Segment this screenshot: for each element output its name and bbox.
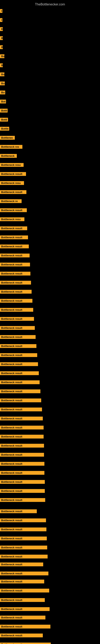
bottleneck-result-label: B [0,45,3,49]
bottleneck-result-label: Bot [0,100,6,104]
site-title: TheBottlenecker.com [0,1,100,8]
bottleneck-result-label: Bottleneck result [0,371,39,375]
bottleneck-result-label: Bottleneck result [0,528,47,531]
bottleneck-result-label: Bottleneck result [0,589,49,592]
bottleneck-result-label: Bottleneck result [0,562,43,566]
bottleneck-result-label: Bo [0,54,4,58]
bottleneck-result-label: Bottleneck result [0,480,45,484]
bottleneck-result-label: Bottleneck result [0,546,47,550]
bottleneck-result-label: Bottleneck result [0,498,45,502]
bottleneck-result-label: Bottleneck result [0,272,30,276]
bottleneck-result-label: Bottle [0,127,9,130]
bottleneck-result-label: Bottleneck result [0,317,34,321]
bottleneck-result-label: Bottleneck resu [0,181,24,185]
bottleneck-result-label: Bottleneck result [0,190,26,194]
bottleneck-result-label: Bottleneck result [0,244,29,248]
bottleneck-result-label: Bottleneck result [0,598,45,602]
bottleneck-result-label: Bottleneck result [0,326,35,330]
bottleneck-result-label: Bottleneck result [0,281,31,284]
bottleneck-result-label: Bottleneck result [0,254,30,258]
bottleneck-result-label: Bottleneck result [0,444,44,448]
bottleneck-result-label: B [0,64,3,67]
bottleneck-result-label: B [0,36,3,40]
bottleneck-result-label: Bottleneck result [0,489,45,493]
bottleneck-result-label: Bottleneck result [0,518,46,522]
bottleneck-result-label: Bottleneck result [0,426,44,430]
bottleneck-result-label: Bottleneck result [0,299,32,303]
bottleneck-result-label: Bottleneck result [0,642,51,644]
bottleneck-result-label: Bottleneck result [0,308,33,312]
bottleneck-result-label: Bottleneck result [0,607,50,611]
bottleneck-result-label: Bottleneck re [0,199,22,203]
bottleneck-result-label: Bottleneck result [0,263,30,266]
bottleneck-result-label: Bottleneck result [0,616,46,620]
bottleneck-result-label: Bottleneck result [0,462,44,466]
bottleneck-result-label: Bottleneck result [0,509,37,513]
bottleneck-result-label: Bottleneck result [0,344,36,348]
bottleneck-result-label: Bottleneck result [0,226,27,230]
bottleneck-result-label: I [0,18,2,22]
bottleneck-result-label: Bottleneck result [0,335,36,339]
bottleneck-result-label: Bottleneck result [0,353,37,357]
bottleneck-result-label: Bottleneck result [0,390,40,393]
bottleneck-result-label: Bottl [0,118,8,122]
bottleneck-result-label: Bottleneck result [0,172,26,176]
bottleneck-result-label: Bottleneck resu [0,163,24,167]
bottleneck-result-label: Bottleneck result [0,634,43,637]
bottleneck-result-label: Bottleneck result [0,536,47,540]
bottleneck-result-label: Bottleneck result [0,398,41,402]
bottleneck-result-label: Bottleneck result [0,408,42,411]
bottleneck-result-label: Bo [0,90,5,94]
bottleneck-result-label: Bottleneck result [0,290,32,294]
bottleneck-result-label: I [0,9,2,13]
bottleneck-result-label: Bottleneck result [0,236,28,239]
bottleneck-result-label: Bottleneck result [0,416,43,420]
bottleneck-result-label: Bottleneck result [0,453,44,457]
bottleneck-result-label: Bottleneck res [0,145,22,149]
bottleneck-result-label: Bottleneck resu [0,217,24,221]
bottleneck-result-label: Bottleneck [0,154,17,158]
bottleneck-result-label: Bo [0,72,4,76]
bottleneck-result-label: Bottleneck result [0,380,40,384]
bottleneck-result-label: Bottlenec [0,136,15,140]
bottleneck-result-label: Bottleneck result [0,471,44,475]
bottleneck-result-label: Bottleneck result [0,362,38,366]
bottleneck-result-label: Bottleneck result [0,555,48,558]
bottleneck-result-label: Bottl [0,109,8,112]
bottleneck-result-label: Bottleneck result [0,208,27,212]
bottleneck-result-label: Bo [0,82,5,85]
bottleneck-result-label: Bottleneck result [0,625,50,628]
bottleneck-result-label: Bottleneck result [0,435,44,438]
bottleneck-result-label: Bottleneck result [0,580,44,584]
bottleneck-result-label: Bottleneck result [0,572,49,575]
bottleneck-result-label: E [0,27,3,31]
